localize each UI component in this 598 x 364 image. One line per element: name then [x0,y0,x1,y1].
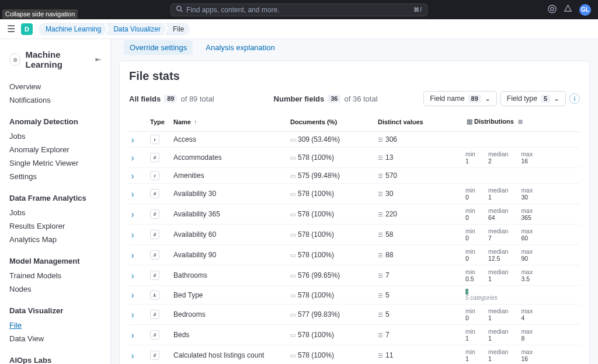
distinct-cell: ☰11 [376,345,463,365]
tab[interactable]: Override settings [124,40,193,55]
nav-item[interactable]: Trained Models [0,269,110,282]
collapse-nav-tooltip: Collapse side navigation [2,9,78,19]
distribution-cell [463,168,580,184]
col-name[interactable]: Name ↑ [171,113,288,132]
expand-row-icon[interactable]: › [131,270,134,281]
field-type-chip: # [150,271,159,280]
table-row: ›kBed Type▭578 (100%)☰55 categories [129,286,580,304]
number-fields-label: Number fields [274,94,325,103]
distribution-cell: min1median2max16 [463,148,580,168]
nav-item[interactable]: Analytics Map [0,233,110,246]
svg-point-3 [551,7,554,10]
list-icon: ☰ [378,136,383,143]
documents-cell: ▭578 (100%) [288,325,376,345]
nav-item[interactable]: Notifications [0,93,110,107]
table-row: ›tAccess▭309 (53.46%)☰306 [129,132,580,148]
col-documents[interactable]: Documents (%) [288,113,376,132]
breadcrumb-item[interactable]: Machine Learning [39,23,107,36]
field-name-cell: Beds [171,325,288,345]
col-distinct[interactable]: Distinct values [376,113,463,132]
menu-toggle-icon[interactable]: ☰ [7,23,15,34]
eye-off-icon[interactable]: ⦻ [517,118,524,125]
table-row: ›#Availability 365▭578 (100%)☰220min0med… [129,204,580,225]
distinct-cell: ☰306 [376,132,463,148]
documents-cell: ▭578 (100%) [288,148,376,168]
chart-icon: ▥ [467,118,472,125]
distribution-cell: min0median7max60 [463,225,580,245]
field-type-chip: # [150,250,159,260]
distribution-cell: min0median1max4 [463,304,580,325]
newsfeed-icon[interactable] [564,5,572,15]
space-badge[interactable]: D [21,23,33,35]
field-type-chip: # [150,209,159,219]
document-icon: ▭ [290,232,295,238]
document-icon: ▭ [290,173,295,179]
document-icon: ▭ [290,191,295,197]
field-name-cell: Bathrooms [171,265,288,286]
field-type-chip: k [150,290,159,300]
help-icon[interactable] [548,5,557,15]
distinct-cell: ☰13 [376,148,463,168]
info-icon[interactable]: i [569,93,580,104]
nav-item[interactable]: Overview [0,80,110,93]
col-type[interactable]: Type [148,113,171,132]
table-row: ›#Bedrooms▭577 (99.83%)☰5min0median1max4 [129,304,580,325]
table-row: ›#Beds▭578 (100%)☰7min1median1max8 [129,325,580,345]
field-name-cell: Availability 90 [171,245,288,265]
nav-item[interactable]: Jobs [0,206,110,219]
number-fields-count-badge: 36 [328,94,340,103]
expand-row-icon[interactable]: › [131,329,134,341]
breadcrumb-item[interactable]: Data Visualizer [105,23,166,36]
field-name-filter[interactable]: Field name 89 ⌄ [423,91,497,106]
col-distributions[interactable]: ▥ Distributions⦻ [463,113,580,132]
field-type-chip: # [150,351,159,360]
user-avatar[interactable]: GL [579,4,591,16]
expand-row-icon[interactable]: › [131,249,134,261]
nav-item[interactable]: File [0,318,110,332]
tab[interactable]: Analysis explanation [200,40,281,55]
field-type-chip: # [150,330,159,340]
documents-cell: ▭575 (99.48%) [288,168,376,184]
nav-item[interactable]: Single Metric Viewer [0,156,110,170]
table-row: ›#Availability 60▭578 (100%)☰58min0media… [129,225,580,245]
distribution-cell: min1median1max16 [463,345,580,365]
documents-cell: ▭578 (100%) [288,345,376,365]
ml-app-icon: ⊕ [9,53,20,66]
search-shortcut: ⌘/ [413,6,422,13]
documents-cell: ▭578 (100%) [288,184,376,204]
collapse-sidebar-icon[interactable]: ⇤ [95,55,101,64]
field-type-filter[interactable]: Field type 5 ⌄ [500,91,566,106]
field-name-cell: Accommodates [171,148,288,168]
expand-row-icon[interactable]: › [131,309,134,320]
distinct-cell: ☰30 [376,184,463,204]
nav-item[interactable]: Results Explorer [0,219,110,233]
nav-item[interactable]: Settings [0,170,110,183]
distinct-cell: ☰5 [376,286,463,304]
all-fields-total: of 89 total [180,94,214,103]
nav-item[interactable]: Nodes [0,282,110,296]
field-name-cell: Availability 365 [171,204,288,225]
nav-group-header: Data Frame Analytics [0,188,110,206]
distinct-cell: ☰88 [376,245,463,265]
distinct-cell: ☰7 [376,325,463,345]
distribution-cell: min0median1max30 [463,184,580,204]
expand-row-icon[interactable]: › [131,188,134,200]
distinct-cell: ☰570 [376,168,463,184]
expand-row-icon[interactable]: › [131,289,134,301]
global-search-input[interactable]: Find apps, content, and more. ⌘/ [171,4,427,16]
expand-row-icon[interactable]: › [131,349,134,361]
nav-item[interactable]: Data View [0,332,110,345]
page-title: File stats [129,69,580,83]
document-icon: ▭ [290,155,295,161]
documents-cell: ▭576 (99.65%) [288,265,376,286]
expand-row-icon[interactable]: › [131,208,134,220]
expand-row-icon[interactable]: › [131,170,134,181]
field-type-chip: t [150,135,159,144]
field-name-cell: Amenities [171,168,288,184]
list-icon: ☰ [378,272,383,279]
expand-row-icon[interactable]: › [131,229,134,240]
expand-row-icon[interactable]: › [131,152,134,163]
nav-item[interactable]: Anomaly Explorer [0,143,110,156]
nav-item[interactable]: Jobs [0,130,110,143]
expand-row-icon[interactable]: › [131,134,134,145]
